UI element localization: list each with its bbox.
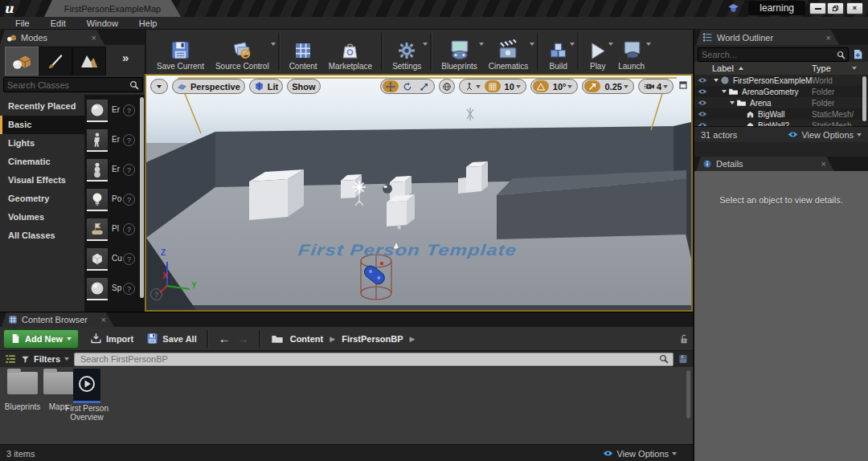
rotate-tool-button[interactable] [399,80,416,92]
menu-help[interactable]: Help [129,18,168,28]
table-row[interactable]: BigWall2 StaticMesh [694,120,868,126]
maximize-viewport-button[interactable] [678,80,688,90]
grid-snap-value-button[interactable]: 10 [502,80,524,92]
sphere-sprite[interactable] [383,184,392,194]
forward-arrow-icon[interactable]: → [237,332,249,345]
table-row[interactable]: ArenaGeometry Folder [694,86,868,97]
translate-tool-button[interactable] [383,80,399,92]
caret-down-icon[interactable] [423,43,428,46]
build-button[interactable]: Build [542,30,574,74]
label-column-header[interactable]: Label [712,63,734,73]
scale-snap-value-button[interactable]: 0.25 [601,80,631,92]
table-row[interactable]: FirstPersonExampleM World [694,75,868,86]
cb-asset-area[interactable]: Blueprints Maps First Person Overview [0,367,693,444]
viewport-canvas[interactable]: First Person Template Z X Y ? Perspectiv… [146,75,691,310]
expand-caret-icon[interactable] [714,79,719,82]
surface-snap-button[interactable] [461,80,484,92]
caret-down-icon[interactable] [646,43,651,46]
list-item[interactable]: Pl ? [84,215,145,245]
save-current-button[interactable]: Save Current [151,30,210,74]
visibility-eye-icon[interactable] [698,77,707,84]
add-new-button[interactable]: Add New [3,329,79,349]
menu-window[interactable]: Window [76,18,129,28]
paint-mode-button[interactable] [39,47,72,75]
source-control-button[interactable]: Source Control [210,30,275,74]
marketplace-button[interactable]: Marketplace [323,30,378,74]
menu-file[interactable]: File [5,18,40,28]
filters-button[interactable]: Filters [21,354,69,364]
category-geometry[interactable]: Geometry [0,190,84,208]
outliner-scrollbar[interactable] [862,76,866,121]
outliner-search-input[interactable] [698,50,837,59]
cinematics-button[interactable]: Cinematics [483,30,534,74]
restore-button[interactable] [827,2,844,14]
camera-speed-button[interactable]: 4 [641,80,671,92]
grid-snap-toggle[interactable] [485,80,501,92]
sources-panel-icon[interactable] [5,353,16,365]
show-flags-button[interactable]: Show [287,79,320,94]
import-button[interactable]: Import [90,332,133,345]
save-search-icon[interactable] [678,354,688,364]
close-icon[interactable]: × [826,33,831,43]
category-recently-placed[interactable]: Recently Placed [0,97,84,116]
back-arrow-icon[interactable]: ← [219,332,231,345]
cb-scrollbar[interactable] [686,370,690,418]
modes-tab-close-icon[interactable]: × [92,33,96,43]
modes-search-box[interactable] [3,77,143,92]
list-item[interactable]: Cu ? [84,245,145,275]
modes-search-input[interactable] [4,80,129,90]
save-all-button[interactable]: Save All [146,332,196,345]
level-tab[interactable]: FirstPersonExampleMap [44,0,181,17]
lock-icon[interactable] [678,333,690,345]
world-local-toggle[interactable] [439,79,455,94]
outliner-view-options-button[interactable]: View Options [788,130,862,140]
caret-down-icon[interactable] [530,43,534,46]
category-visual-effects[interactable]: Visual Effects [0,171,84,190]
scale-snap-toggle[interactable] [584,80,600,92]
rotation-snap-toggle[interactable] [533,80,549,92]
minimize-button[interactable] [809,2,826,14]
expand-caret-icon[interactable] [722,90,727,93]
category-volumes[interactable]: Volumes [0,208,84,226]
learning-button[interactable]: learning [748,1,805,15]
view-mode-button[interactable]: Lit [249,79,283,94]
menu-edit[interactable]: Edit [40,18,76,28]
close-button[interactable]: × [846,2,863,14]
big-box-mesh[interactable] [497,170,686,239]
items-scrollbar[interactable] [140,97,144,298]
table-row[interactable]: BigWall StaticMesh/ [694,108,868,120]
cube-mesh[interactable] [387,194,415,226]
breadcrumb-current[interactable]: FirstPersonBP [342,334,403,344]
more-modes-chevron-icon[interactable]: » [122,51,127,64]
settings-button[interactable]: Settings [387,30,427,74]
cb-view-options-button[interactable]: View Options [603,449,677,459]
visibility-eye-icon[interactable] [698,111,707,117]
launch-button[interactable]: Launch [612,30,650,74]
category-cinematic[interactable]: Cinematic [0,153,84,171]
cb-search-box[interactable] [74,353,674,366]
list-item[interactable]: Po ? [84,186,145,215]
type-filter-icon[interactable] [852,67,857,70]
scale-tool-button[interactable] [416,80,432,92]
list-item[interactable]: Er ? [84,96,145,126]
modes-tab[interactable]: Modes × [0,30,104,45]
world-outliner-tab[interactable]: World Outliner × [696,30,839,45]
outliner-search-box[interactable] [698,47,849,62]
table-row[interactable]: Arena Folder [694,97,868,108]
blueprints-button[interactable]: Blueprints [436,30,482,74]
content-browser-tab[interactable]: Content Browser × [2,312,114,327]
rotation-snap-value-button[interactable]: 10° [550,80,576,92]
caret-down-icon[interactable] [570,43,575,46]
caret-down-icon[interactable] [271,43,276,46]
list-item[interactable]: Sp ? [84,275,145,304]
expand-caret-icon[interactable] [730,101,735,104]
details-tab[interactable]: Details × [696,157,834,171]
landscape-mode-button[interactable] [72,47,106,75]
category-basic[interactable]: Basic [0,116,84,134]
cb-search-input[interactable] [79,353,659,365]
visibility-eye-icon[interactable] [698,100,707,106]
viewport-options-button[interactable] [150,79,168,94]
content-button[interactable]: Content [284,30,323,74]
category-lights[interactable]: Lights [0,134,84,153]
new-folder-icon[interactable] [852,48,865,60]
